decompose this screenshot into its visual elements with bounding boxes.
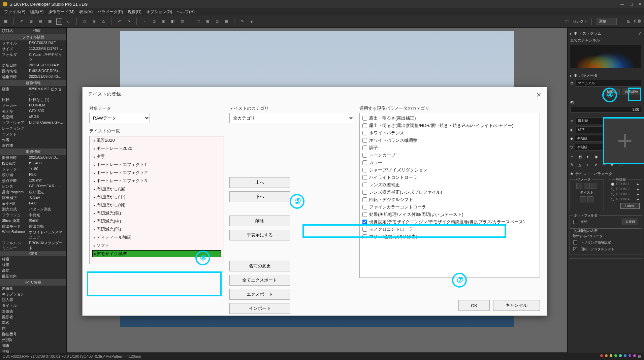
menu-develop[interactable]: 現像(D) <box>126 8 143 15</box>
taste-list-item[interactable]: 周辺減光(中) <box>90 217 224 225</box>
taste-list-item[interactable]: 周辺ぼかし(強) <box>90 185 224 193</box>
tool-icon[interactable]: ⚠ <box>100 19 106 25</box>
room-item[interactable]: ROOM 3▸ <box>610 192 640 197</box>
check-item-checkbox[interactable] <box>362 190 367 195</box>
check-item[interactable]: レンズ収差補正 <box>361 181 538 189</box>
redo-icon[interactable]: ↷ <box>126 19 132 25</box>
settings-icon[interactable]: ▤ <box>638 354 641 359</box>
taste-btn[interactable] <box>584 183 590 189</box>
tool-icon[interactable]: ▦ <box>3 19 9 25</box>
menu-edit[interactable]: 編集(E) <box>28 8 45 15</box>
tool-icon[interactable]: ⊕ <box>91 19 97 25</box>
menu-file[interactable]: ファイル(F) <box>2 8 27 15</box>
brush-icon[interactable]: ✎ <box>239 19 245 25</box>
menu-mode[interactable]: 操作モード(M) <box>46 8 76 15</box>
check-item-checkbox[interactable] <box>362 116 367 121</box>
manual-dropdown[interactable]: マニュアル <box>576 80 641 87</box>
taste-list-item[interactable]: ディティール強調 <box>90 233 224 241</box>
taste-btn[interactable] <box>587 196 593 202</box>
adjust-dropdown[interactable]: 調整 <box>596 18 617 25</box>
check-item[interactable]: レンズ収差補正(レンズプロファイル) <box>361 189 538 196</box>
hide-button[interactable]: 非表示にする <box>229 230 290 240</box>
check-item-checkbox[interactable] <box>362 138 367 143</box>
check-item[interactable]: トーンカーブ <box>361 152 538 159</box>
tool-icon[interactable]: ◧ <box>170 19 176 25</box>
enable-checkbox[interactable] <box>573 220 577 224</box>
taste-list-item[interactable]: ポートレートエフェクト3 <box>90 177 224 185</box>
taste-btn[interactable] <box>576 183 582 189</box>
check-item[interactable]: モノクロコントローラ <box>361 226 538 233</box>
room-arrow-icon[interactable]: ▸ <box>637 182 639 186</box>
down-button[interactable]: 下へ <box>229 191 290 202</box>
check-item[interactable]: 現像設定(デモザイクエンジン/デモザイク精鋭度/解像度プラス/カラースペース) <box>361 218 538 226</box>
apply-checklist[interactable]: 露出・明るさ(露出補正)露出・明るさ(露出微調整/HDR/覆い焼き・焼き込み/ハ… <box>359 113 540 278</box>
tool-icon[interactable]: △ <box>578 163 584 168</box>
tool-icon[interactable]: ✐ <box>594 163 600 168</box>
rotate-checkbox[interactable] <box>573 247 577 251</box>
taste-list-item[interactable]: 周辺減光(弱) <box>90 225 224 233</box>
tool-icon[interactable]: ↶ <box>19 19 25 25</box>
close-icon[interactable]: ✕ <box>638 2 641 6</box>
menu-view[interactable]: 表示(V) <box>77 8 95 15</box>
exposure-value[interactable]: -3.00 <box>570 107 641 112</box>
room-arrow-icon[interactable]: ▸ <box>637 187 639 191</box>
taste-list-item[interactable]: ソフト <box>90 241 224 250</box>
rename-button[interactable]: 名前の変更 <box>229 261 290 271</box>
room-radio[interactable] <box>611 188 614 191</box>
tool-icon[interactable]: ✧ <box>570 155 576 160</box>
check-item-checkbox[interactable] <box>362 168 367 172</box>
taste-btn[interactable] <box>591 183 597 189</box>
tool-icon[interactable]: ⊡ <box>151 19 157 25</box>
room-radio[interactable] <box>611 198 614 201</box>
check-item-checkbox[interactable] <box>362 205 367 209</box>
check-item-checkbox[interactable] <box>362 160 367 165</box>
check-item[interactable]: ハイライトコントローラ <box>361 174 538 181</box>
export-button[interactable]: エクスポート <box>229 289 290 300</box>
ok-button[interactable]: OK <box>458 300 490 311</box>
tool-icon[interactable]: ⊞ <box>204 19 211 25</box>
check-item-checkbox[interactable] <box>362 123 367 128</box>
tool-icon[interactable]: ▣ <box>160 19 166 25</box>
check-item-checkbox[interactable] <box>362 220 367 224</box>
tool-icon[interactable]: ⊡ <box>214 19 220 25</box>
menu-parameter[interactable]: パラメータ(P) <box>95 8 125 15</box>
auto-button[interactable]: 自動調整 <box>622 89 641 95</box>
taste-edit-row[interactable]: ▸ <box>92 250 221 257</box>
tool-icon[interactable]: ◉ <box>594 155 600 160</box>
check-item-checkbox[interactable] <box>362 145 367 150</box>
menu-help[interactable]: ヘルプ(H) <box>175 8 197 15</box>
tool-icon[interactable]: ▫ <box>141 19 148 25</box>
check-item[interactable]: シャープ/ノイズリダクション <box>361 166 538 174</box>
up-button[interactable]: 上へ <box>229 177 290 188</box>
check-item[interactable]: 効果(美肌処理/ノイズ付加/周辺ぼかし/テースト) <box>361 211 538 218</box>
tool-icon[interactable]: ◎ <box>82 19 88 25</box>
tool-icon[interactable]: □ <box>56 19 62 25</box>
tool-icon[interactable]: ● <box>586 155 592 160</box>
expand-icon[interactable]: ⤢ <box>638 31 641 36</box>
taste-listbox[interactable]: 風景2020ポートレート2020夕景ポートレートエフェクト1ポートレートエフェク… <box>89 136 224 264</box>
tool-icon[interactable]: ⬚ <box>195 19 201 25</box>
target-select[interactable]: RAWデータ <box>89 113 150 123</box>
taste-list-item[interactable]: 周辺減光(強) <box>90 209 224 217</box>
check-item[interactable]: マリン(色復元/濁り除去) <box>361 233 538 240</box>
room-arrow-icon[interactable]: ▸ <box>637 192 639 196</box>
select-icon[interactable]: ⬚ <box>564 19 570 25</box>
tool-icon[interactable]: ◩ <box>578 155 584 160</box>
check-item-checkbox[interactable] <box>362 227 367 232</box>
room-radio[interactable] <box>611 193 614 196</box>
taste-name-input[interactable] <box>96 251 219 256</box>
check-item-checkbox[interactable] <box>362 175 367 180</box>
cancel-button[interactable]: キャンセル <box>493 300 540 311</box>
room-item[interactable]: ROOM 1▸ <box>610 182 640 187</box>
menu-option[interactable]: オプション(O) <box>144 8 174 15</box>
check-item-checkbox[interactable] <box>362 131 367 135</box>
category-select[interactable]: 全カテゴリ <box>229 113 354 123</box>
trim-checkbox[interactable] <box>573 240 577 244</box>
tool-icon[interactable]: ▦ <box>223 19 229 25</box>
print-icon[interactable]: 🖶 <box>625 19 631 25</box>
check-item[interactable]: ホワイトバランス微調整 <box>361 137 538 144</box>
taste-list-item[interactable]: 周辺ぼかし(中) <box>90 193 224 201</box>
check-item[interactable]: 調子 <box>361 144 538 152</box>
taste-list-item[interactable]: 夕景 <box>90 153 224 161</box>
taste-list-item[interactable]: ポートレートエフェクト1 <box>90 161 224 169</box>
